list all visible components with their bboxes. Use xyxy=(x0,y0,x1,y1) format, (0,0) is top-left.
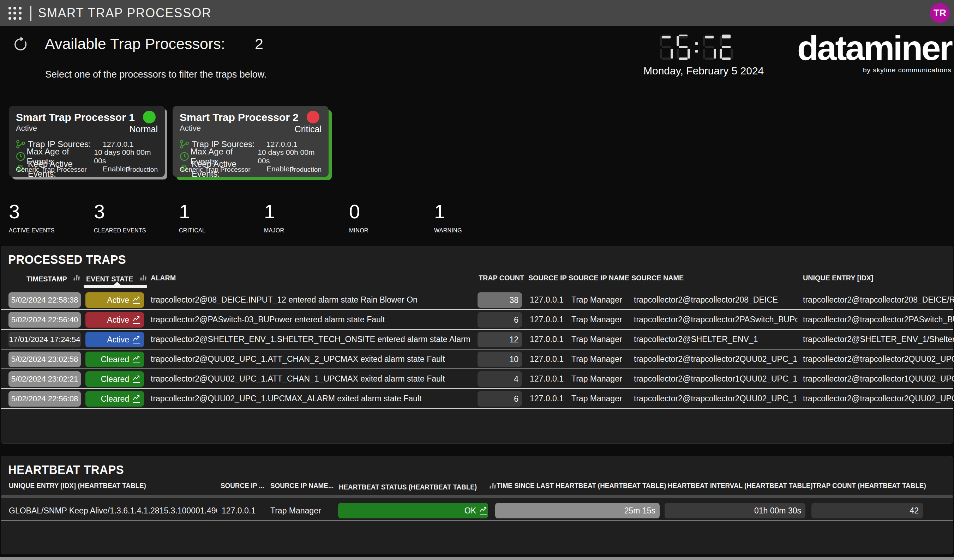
col-header-trap-count[interactable]: TRAP COUNT xyxy=(479,274,527,282)
trend-chart-icon[interactable] xyxy=(132,355,141,364)
alarm-text: trapcollector2@QUU02_UPC_1.ATT_CHAN_1_UP… xyxy=(151,374,472,384)
source-name: trapcollector2@trapcollector208_DEICE xyxy=(634,295,798,305)
table-row[interactable]: 5/02/2024 22:58:38 Active trapcollector2… xyxy=(1,290,953,310)
unique-entry: trapcollector2@trapcollector1QUU02_UPC_1 xyxy=(803,374,954,384)
trap-count-pill: 6 xyxy=(477,391,522,407)
source-name: trapcollector2@trapcollector1QUU02_UPC_1 xyxy=(634,374,798,384)
source-ip-name: Trap Manager xyxy=(571,374,622,384)
source-ip: 127.0.0.1 xyxy=(530,295,564,305)
col-header-hb-source-ip-name[interactable]: SOURCE IP NAME... xyxy=(270,482,338,490)
dataminer-logo-tagline: by skyline communications xyxy=(758,66,951,74)
severity-label: Critical xyxy=(295,124,321,134)
bar-chart-icon[interactable] xyxy=(73,274,81,283)
col-header-hb-unique-entry[interactable]: UNIQUE ENTRY [IDX] (HEARTBEAT TABLE) xyxy=(9,482,155,490)
event-state-label: Cleared xyxy=(101,394,129,404)
source-ip-name: Trap Manager xyxy=(571,334,622,344)
col-header-alarm[interactable]: ALARM xyxy=(151,274,178,282)
top-bar: SMART TRAP PROCESSOR TR xyxy=(0,0,954,26)
col-header-source-ip[interactable]: SOURCE IP xyxy=(528,274,569,282)
hb-source-ip: 127.0.0.1 xyxy=(221,506,256,516)
clock-date: Monday, February 5 2024 xyxy=(644,65,749,77)
col-header-hb-time-since[interactable]: TIME SINCE LAST HEARTBEAT (HEARTBEAT TAB… xyxy=(497,482,677,490)
apps-grid-icon[interactable] xyxy=(8,7,22,20)
bar-chart-icon[interactable] xyxy=(488,482,497,491)
heartbeat-scrollbar-track[interactable] xyxy=(1,495,953,498)
hb-source-ip-name: Trap Manager xyxy=(270,506,321,516)
trend-chart-icon[interactable] xyxy=(132,296,141,305)
processed-traps-title: PROCESSED TRAPS xyxy=(8,252,134,267)
refresh-icon[interactable] xyxy=(13,37,28,52)
hb-trap-count-pill: 42 xyxy=(811,503,923,518)
severity-dot xyxy=(307,111,320,123)
timestamp-pill: 5/02/2024 22:56:40 xyxy=(8,312,81,328)
field-value: 127.0.0.1 xyxy=(267,140,298,148)
clock-icon xyxy=(180,152,190,161)
col-header-hb-source-ip[interactable]: SOURCE IP ... xyxy=(221,482,267,490)
available-processors-title: Available Trap Processors: xyxy=(45,35,225,53)
hb-time-since-pill: 25m 15s xyxy=(495,503,659,518)
card-footer-env: Production xyxy=(289,166,321,174)
event-state-pill: Active xyxy=(86,332,144,347)
source-ip-name: Trap Manager xyxy=(571,394,622,403)
table-row[interactable]: 5/02/2024 22:56:08 Cleared trapcollector… xyxy=(1,389,953,409)
horizontal-scrollbar[interactable] xyxy=(0,557,954,560)
table-row[interactable]: 17/01/2024 17:24:54 Active trapcollector… xyxy=(1,330,953,350)
processor-card-2[interactable]: Smart Trap Processor 2 Active Critical T… xyxy=(173,106,329,177)
stat-value: 1 xyxy=(434,202,519,221)
col-header-hb-trap-count[interactable]: TRAP COUNT (HEARTBEAT TABLE) xyxy=(812,482,933,490)
clock-colon xyxy=(694,34,699,60)
stat-label: CRITICAL xyxy=(179,227,264,234)
event-state-label: Active xyxy=(107,335,129,345)
sort-indicator[interactable] xyxy=(84,285,147,288)
col-header-unique-entry[interactable]: UNIQUE ENTRY [IDX] xyxy=(803,274,878,282)
source-name: trapcollector2@trapcollector2QUU02_UPC_1 xyxy=(634,394,798,403)
table-row[interactable]: 5/02/2024 23:02:58 Cleared trapcollector… xyxy=(1,350,953,369)
clock-digit xyxy=(659,34,673,60)
col-header-source-ip-name[interactable]: SOURCE IP NAME xyxy=(569,274,633,282)
stat-warning: 1 WARNING xyxy=(434,202,519,234)
bar-chart-icon[interactable] xyxy=(139,274,148,283)
stat-label: MAJOR xyxy=(264,227,349,234)
trend-chart-icon[interactable] xyxy=(132,315,141,324)
col-header-hb-interval[interactable]: HEARTBEAT INTERVAL (HEARTBEAT TABLE) xyxy=(668,482,822,490)
processor-card-1[interactable]: Smart Trap Processor 1 Active Normal Tra… xyxy=(9,106,165,177)
trend-chart-icon[interactable] xyxy=(132,335,141,344)
card-footer-env: Production xyxy=(126,166,158,174)
heartbeat-traps-title: HEARTBEAT TRAPS xyxy=(8,463,131,477)
stat-minor: 0 MINOR xyxy=(349,202,434,234)
processor-name: Smart Trap Processor 1 xyxy=(16,112,158,123)
event-state-pill: Cleared xyxy=(86,391,144,407)
alarm-text: trapcollector2@PASwitch-03_BUPower enter… xyxy=(151,315,472,324)
col-header-timestamp[interactable]: TIMESTAMP xyxy=(26,274,81,283)
trend-chart-icon[interactable] xyxy=(132,375,141,384)
source-ip: 127.0.0.1 xyxy=(530,355,564,364)
stat-critical: 1 CRITICAL xyxy=(179,202,264,234)
stat-value: 0 xyxy=(349,202,434,221)
stat-label: WARNING xyxy=(434,227,519,234)
table-row[interactable]: 5/02/2024 23:02:21 Cleared trapcollector… xyxy=(1,369,953,389)
heartbeat-row[interactable]: GLOBAL/SNMP Keep Alive/1.3.6.1.4.1.2815.… xyxy=(1,501,953,521)
heartbeat-header-row: UNIQUE ENTRY [IDX] (HEARTBEAT TABLE) SOU… xyxy=(1,482,953,495)
topbar-divider xyxy=(30,6,31,21)
clock-icon xyxy=(16,152,27,161)
severity-dot xyxy=(143,111,156,123)
trap-count-pill: 4 xyxy=(477,371,522,387)
col-header-hb-status[interactable]: HEARTBEAT STATUS (HEARTBEAT TABLE) xyxy=(339,482,497,491)
digital-clock: Monday, February 5 2024 xyxy=(644,34,749,77)
table-row[interactable]: 5/02/2024 22:56:40 Active trapcollector2… xyxy=(1,310,953,330)
hb-interval-pill: 01h 00m 30s xyxy=(665,503,806,518)
processed-traps-panel: PROCESSED TRAPS TIMESTAMP EVENT STATE AL… xyxy=(1,246,953,443)
available-processors-count: 2 xyxy=(255,35,263,53)
stat-value: 1 xyxy=(264,202,349,221)
stat-value: 3 xyxy=(94,202,179,221)
severity-label: Normal xyxy=(129,124,158,134)
card-footer-type: Generic Trap Processor xyxy=(180,166,251,174)
user-avatar[interactable]: TR xyxy=(930,3,950,23)
trend-chart-icon[interactable] xyxy=(479,506,488,515)
hb-unique-entry: GLOBAL/SNMP Keep Alive/1.3.6.1.4.1.2815.… xyxy=(9,506,217,516)
trap-count-pill: 38 xyxy=(477,292,522,308)
source-name: trapcollector2@trapcollector2PASwitch_BU… xyxy=(634,315,798,324)
trend-chart-icon[interactable] xyxy=(132,394,141,403)
event-state-label: Cleared xyxy=(101,355,129,364)
col-header-source-name[interactable]: SOURCE NAME xyxy=(631,274,687,282)
